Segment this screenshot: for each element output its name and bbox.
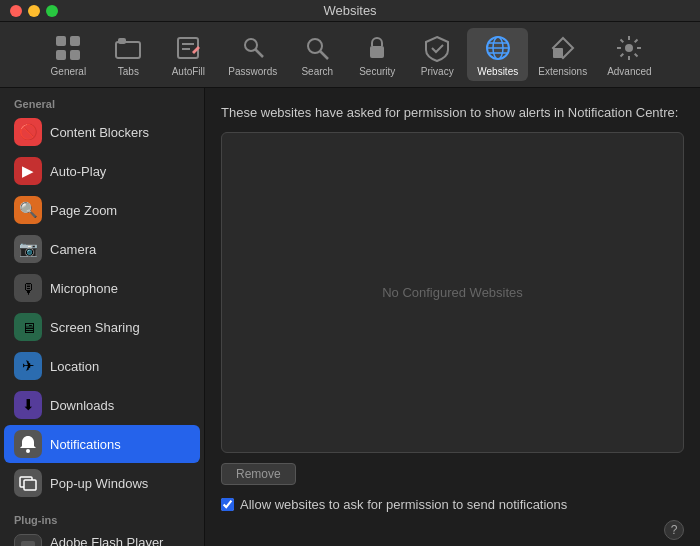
privacy-label: Privacy bbox=[421, 66, 454, 77]
microphone-icon: 🎙 bbox=[14, 274, 42, 302]
autofill-icon bbox=[172, 32, 204, 64]
content-blockers-icon: 🚫 bbox=[14, 118, 42, 146]
page-zoom-icon: 🔍 bbox=[14, 196, 42, 224]
help-button[interactable]: ? bbox=[664, 520, 684, 540]
allow-notifications-row: Allow websites to ask for permission to … bbox=[221, 497, 684, 512]
notifications-icon bbox=[14, 430, 42, 458]
security-label: Security bbox=[359, 66, 395, 77]
toolbar-item-search[interactable]: Search bbox=[287, 28, 347, 81]
sidebar-item-screen-sharing[interactable]: 🖥 Screen Sharing bbox=[4, 308, 200, 346]
svg-rect-5 bbox=[118, 38, 126, 44]
svg-rect-4 bbox=[116, 42, 140, 58]
toolbar-item-advanced[interactable]: Advanced bbox=[597, 28, 661, 81]
sidebar-item-label: Downloads bbox=[50, 398, 114, 413]
general-label: General bbox=[51, 66, 87, 77]
sidebar-plugins-label: Plug-ins bbox=[0, 508, 204, 528]
toolbar-item-extensions[interactable]: Extensions bbox=[528, 28, 597, 81]
auto-play-icon: ▶ bbox=[14, 157, 42, 185]
adobe-flash-label: Adobe Flash Player bbox=[50, 535, 163, 546]
toolbar-item-passwords[interactable]: Passwords bbox=[218, 28, 287, 81]
bottom-bar: ? bbox=[221, 520, 684, 540]
search-label: Search bbox=[301, 66, 333, 77]
close-button[interactable] bbox=[10, 5, 22, 17]
svg-rect-0 bbox=[56, 36, 66, 46]
svg-point-20 bbox=[625, 44, 633, 52]
location-icon: ✈ bbox=[14, 352, 42, 380]
autofill-label: AutoFill bbox=[172, 66, 205, 77]
sidebar-item-microphone[interactable]: 🎙 Microphone bbox=[4, 269, 200, 307]
titlebar: Websites bbox=[0, 0, 700, 22]
sidebar-item-label: Microphone bbox=[50, 281, 118, 296]
toolbar: General Tabs AutoFill Passwords Search S… bbox=[0, 22, 700, 88]
svg-rect-24 bbox=[21, 541, 35, 546]
sidebar-item-auto-play[interactable]: ▶ Auto-Play bbox=[4, 152, 200, 190]
passwords-icon bbox=[237, 32, 269, 64]
main-layout: General 🚫 Content Blockers ▶ Auto-Play 🔍… bbox=[0, 88, 700, 546]
sidebar-item-camera[interactable]: 📷 Camera bbox=[4, 230, 200, 268]
sidebar-general-label: General bbox=[0, 92, 204, 112]
websites-empty-box: No Configured Websites bbox=[221, 132, 684, 453]
sidebar-item-page-zoom[interactable]: 🔍 Page Zoom bbox=[4, 191, 200, 229]
extensions-icon bbox=[547, 32, 579, 64]
downloads-icon: ⬇ bbox=[14, 391, 42, 419]
sidebar-item-label: Auto-Play bbox=[50, 164, 106, 179]
svg-rect-13 bbox=[370, 46, 384, 58]
general-icon bbox=[52, 32, 84, 64]
toolbar-item-tabs[interactable]: Tabs bbox=[98, 28, 158, 81]
sidebar-item-label: Location bbox=[50, 359, 99, 374]
tabs-icon bbox=[112, 32, 144, 64]
traffic-lights bbox=[10, 5, 58, 17]
tabs-label: Tabs bbox=[118, 66, 139, 77]
empty-label: No Configured Websites bbox=[382, 285, 523, 300]
remove-button[interactable]: Remove bbox=[221, 463, 296, 485]
allow-notifications-label: Allow websites to ask for permission to … bbox=[240, 497, 567, 512]
toolbar-item-websites[interactable]: Websites bbox=[467, 28, 528, 81]
toolbar-item-privacy[interactable]: Privacy bbox=[407, 28, 467, 81]
window-title: Websites bbox=[323, 3, 376, 18]
sidebar-item-label: Camera bbox=[50, 242, 96, 257]
sidebar-item-downloads[interactable]: ⬇ Downloads bbox=[4, 386, 200, 424]
minimize-button[interactable] bbox=[28, 5, 40, 17]
svg-line-12 bbox=[320, 51, 328, 59]
content-area: These websites have asked for permission… bbox=[205, 88, 700, 546]
svg-rect-1 bbox=[70, 36, 80, 46]
advanced-icon bbox=[613, 32, 645, 64]
sidebar-item-adobe-flash[interactable]: Adobe Flash Player Version 32.0.0.387 bbox=[4, 529, 200, 546]
websites-icon bbox=[482, 32, 514, 64]
toolbar-item-autofill[interactable]: AutoFill bbox=[158, 28, 218, 81]
passwords-label: Passwords bbox=[228, 66, 277, 77]
svg-point-21 bbox=[26, 449, 30, 453]
svg-point-11 bbox=[308, 39, 322, 53]
sidebar-item-pop-up-windows[interactable]: Pop-up Windows bbox=[4, 464, 200, 502]
toolbar-item-security[interactable]: Security bbox=[347, 28, 407, 81]
sidebar-item-label: Notifications bbox=[50, 437, 121, 452]
svg-rect-3 bbox=[70, 50, 80, 60]
svg-rect-23 bbox=[24, 480, 36, 490]
sidebar-item-notifications[interactable]: Notifications bbox=[4, 425, 200, 463]
extensions-label: Extensions bbox=[538, 66, 587, 77]
sidebar-item-content-blockers[interactable]: 🚫 Content Blockers bbox=[4, 113, 200, 151]
sidebar-item-label: Page Zoom bbox=[50, 203, 117, 218]
sidebar: General 🚫 Content Blockers ▶ Auto-Play 🔍… bbox=[0, 88, 205, 546]
content-description: These websites have asked for permission… bbox=[221, 104, 684, 122]
camera-icon: 📷 bbox=[14, 235, 42, 263]
advanced-label: Advanced bbox=[607, 66, 651, 77]
svg-line-10 bbox=[255, 49, 263, 57]
search-icon bbox=[301, 32, 333, 64]
privacy-icon bbox=[421, 32, 453, 64]
toolbar-item-general[interactable]: General bbox=[38, 28, 98, 81]
sidebar-item-label: Pop-up Windows bbox=[50, 476, 148, 491]
sidebar-item-label: Screen Sharing bbox=[50, 320, 140, 335]
websites-label: Websites bbox=[477, 66, 518, 77]
maximize-button[interactable] bbox=[46, 5, 58, 17]
adobe-flash-icon bbox=[14, 534, 42, 546]
allow-notifications-checkbox[interactable] bbox=[221, 498, 234, 511]
pop-up-windows-icon bbox=[14, 469, 42, 497]
svg-rect-2 bbox=[56, 50, 66, 60]
sidebar-item-label: Content Blockers bbox=[50, 125, 149, 140]
screen-sharing-icon: 🖥 bbox=[14, 313, 42, 341]
sidebar-item-location[interactable]: ✈ Location bbox=[4, 347, 200, 385]
security-icon bbox=[361, 32, 393, 64]
